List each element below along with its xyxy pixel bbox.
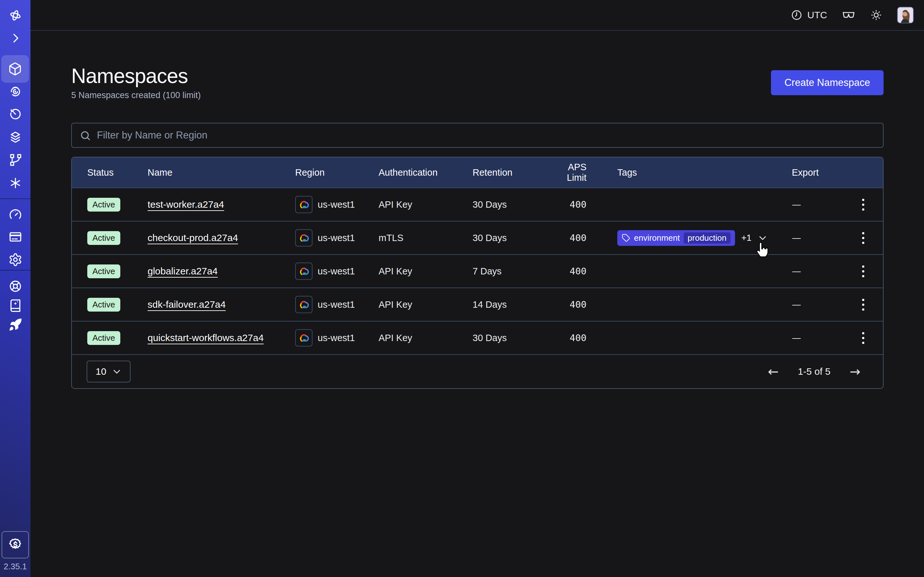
table-row: Active globalizer.a27a4 us-west1 API Key…	[72, 254, 883, 287]
namespace-link[interactable]: globalizer.a27a4	[148, 266, 218, 276]
gcp-icon	[298, 232, 310, 244]
retention-cell: 14 Days	[473, 300, 546, 310]
pagination-range: 1-5 of 5	[798, 366, 830, 377]
row-actions-menu-button[interactable]	[857, 266, 869, 277]
tag-key: environment	[634, 233, 680, 243]
row-actions-menu-button[interactable]	[857, 299, 869, 311]
table-row: Active checkout-prod.a27a4 us-west1 mTLS…	[72, 221, 883, 254]
page-size-value: 10	[95, 366, 106, 377]
namespaces-cube-icon	[8, 62, 22, 76]
app-version: 2.35.1	[0, 562, 31, 572]
column-header-name: Name	[148, 167, 295, 178]
region-label: us-west1	[318, 300, 355, 310]
settings-gear-icon	[8, 253, 23, 267]
page-size-select[interactable]: 10	[87, 361, 131, 382]
namespace-link[interactable]: sdk-failover.a27a4	[148, 299, 226, 309]
nexus-branch-icon	[8, 153, 23, 167]
tags-cell: environment production +1	[586, 230, 792, 246]
namespaces-table: Status Name Region Authentication Retent…	[71, 157, 884, 389]
column-header-region: Region	[295, 167, 379, 178]
row-actions-menu-button[interactable]	[857, 332, 869, 344]
status-badge: Active	[87, 264, 120, 278]
temporal-logo[interactable]	[0, 8, 31, 23]
filter-bar	[71, 123, 884, 148]
sidebar-item-usage[interactable]	[0, 207, 31, 221]
aps-limit-cell: 400	[546, 199, 586, 210]
retention-cell: 7 Days	[473, 266, 546, 277]
gcp-icon	[298, 332, 310, 344]
support-lifebuoy-icon	[8, 279, 23, 293]
chevron-down-icon	[112, 367, 121, 376]
export-cell: —	[792, 266, 843, 277]
aps-limit-cell: 400	[546, 299, 586, 310]
batch-asterisk-icon	[8, 176, 23, 190]
sidebar-item-support[interactable]	[0, 279, 31, 293]
retention-cell: 30 Days	[473, 333, 546, 343]
sidebar-item-getting-started[interactable]	[0, 318, 31, 332]
auth-cell: API Key	[379, 333, 473, 343]
main-content: Namespaces 5 Namespaces created (100 lim…	[31, 31, 924, 577]
aps-limit-cell: 400	[546, 266, 586, 277]
column-header-retention: Retention	[473, 167, 546, 178]
sidebar: 2.35.1	[0, 0, 31, 577]
region-label: us-west1	[318, 233, 355, 243]
aps-limit-cell: 400	[546, 232, 586, 243]
next-page-button[interactable]: →	[850, 365, 861, 378]
avatar-image	[898, 7, 913, 23]
previous-page-button[interactable]: ←	[768, 365, 779, 378]
sidebar-item-nexus[interactable]	[0, 153, 31, 167]
filter-input[interactable]	[71, 123, 884, 148]
tag-value: production	[684, 232, 730, 243]
auth-cell: mTLS	[379, 233, 473, 243]
timezone-selector[interactable]: UTC	[790, 9, 827, 21]
sidebar-item-docs[interactable]	[0, 298, 31, 313]
namespace-link[interactable]: checkout-prod.a27a4	[148, 232, 238, 243]
region-label: us-west1	[318, 333, 355, 343]
retention-cell: 30 Days	[473, 233, 546, 243]
sidebar-divider	[0, 198, 31, 199]
sidebar-item-schedules[interactable]	[0, 107, 31, 121]
table-row: Active test-worker.a27a4 us-west1 API Ke…	[72, 187, 883, 221]
column-header-aps-limit: APS Limit	[546, 162, 586, 183]
table-row: Active quickstart-workflows.a27a4 us-wes…	[72, 321, 883, 354]
column-header-status: Status	[72, 167, 148, 178]
sidebar-item-namespaces[interactable]	[1, 55, 29, 83]
tags-expand-chevron-icon[interactable]	[758, 233, 767, 243]
theme-toggle-button[interactable]	[870, 9, 882, 21]
region-cell: us-west1	[295, 196, 379, 213]
table-header-row: Status Name Region Authentication Retent…	[72, 157, 883, 187]
credits-button[interactable]	[2, 531, 29, 558]
getting-started-rocket-icon	[8, 318, 23, 332]
gcp-icon	[295, 296, 312, 313]
sidebar-item-workflows[interactable]	[0, 84, 31, 98]
table-body: Active test-worker.a27a4 us-west1 API Ke…	[72, 187, 883, 354]
schedules-timer-icon	[8, 107, 23, 121]
region-label: us-west1	[318, 199, 355, 210]
gcp-icon	[295, 196, 312, 213]
gcp-icon	[298, 298, 310, 311]
namespace-link[interactable]: test-worker.a27a4	[148, 199, 224, 210]
region-cell: us-west1	[295, 263, 379, 280]
page-header: Namespaces 5 Namespaces created (100 lim…	[71, 65, 884, 100]
status-badge: Active	[87, 231, 120, 245]
namespace-link[interactable]: quickstart-workflows.a27a4	[148, 332, 264, 343]
auth-cell: API Key	[379, 300, 473, 310]
tag-badge[interactable]: environment production	[617, 230, 735, 246]
timezone-label: UTC	[807, 10, 827, 21]
region-label: us-west1	[318, 266, 355, 277]
sidebar-item-billing[interactable]	[0, 230, 31, 244]
sidebar-item-batch[interactable]	[0, 176, 31, 190]
deployments-stack-icon	[8, 130, 23, 144]
row-actions-menu-button[interactable]	[857, 199, 869, 211]
auth-cell: API Key	[379, 199, 473, 210]
topbar: UTC	[31, 0, 924, 31]
auth-cell: API Key	[379, 266, 473, 277]
row-actions-menu-button[interactable]	[857, 232, 869, 244]
sidebar-item-deployments[interactable]	[0, 130, 31, 144]
sidebar-item-settings[interactable]	[0, 253, 31, 267]
expand-chevron-icon[interactable]	[0, 31, 31, 45]
labs-glasses-button[interactable]	[842, 8, 855, 22]
create-namespace-button[interactable]: Create Namespace	[771, 70, 884, 95]
tag-more-count: +1	[741, 233, 752, 243]
user-avatar[interactable]	[897, 7, 914, 23]
